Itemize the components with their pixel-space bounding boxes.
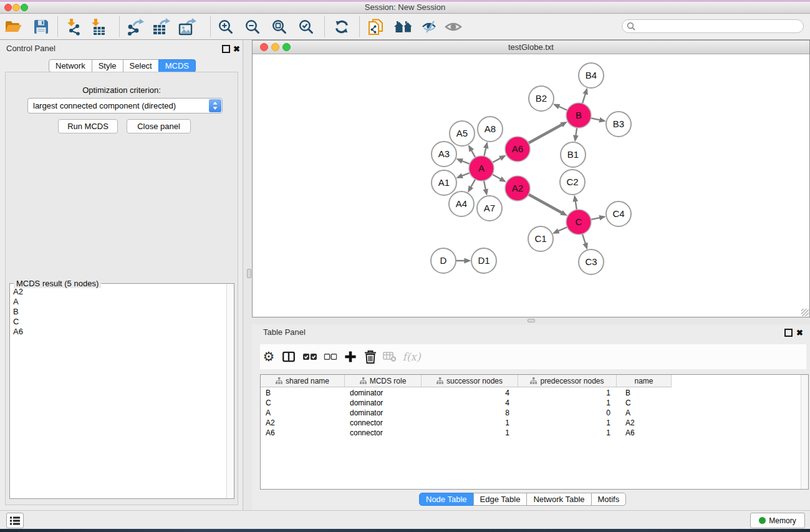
deselect-checkboxes-icon[interactable] [324,354,337,360]
table-scrollbar[interactable] [801,375,808,489]
save-floppy-icon[interactable] [33,19,49,35]
table-tab-edge-table[interactable]: Edge Table [473,493,528,506]
network-window-titlebar[interactable]: testGlobe.txt [253,41,809,54]
graph-node-A3[interactable]: A3 [432,142,456,167]
result-list-item[interactable]: A6 [13,327,23,337]
result-list-item[interactable]: B [13,307,23,317]
column-header-MCDS-role[interactable]: MCDS role [345,375,422,387]
table-row[interactable]: Adominator80A [261,408,808,418]
zoom-window-button[interactable] [21,4,28,11]
delete-column-trash-icon[interactable] [364,350,377,364]
svg-text:C2: C2 [566,177,578,187]
close-panel-icon[interactable]: ✖ [233,45,240,53]
result-list-item[interactable]: A2 [13,287,23,297]
graph-node-C2[interactable]: C2 [560,170,585,195]
hide-eye-icon[interactable] [422,19,438,34]
settings-gear-icon[interactable]: ⚙ [263,351,275,364]
search-input[interactable] [637,21,799,33]
homes-icon[interactable] [393,19,413,34]
graph-node-B[interactable]: B [566,103,591,128]
search-box[interactable] [622,19,804,33]
graph-node-C1[interactable]: C1 [528,226,553,251]
criterion-dropdown[interactable]: largest connected component (directed) [27,98,223,114]
memory-button[interactable]: Memory [750,513,805,528]
tab-select[interactable]: Select [123,59,159,72]
zoom-out-icon[interactable] [245,19,261,35]
close-panel-button[interactable]: Close panel [127,119,191,133]
net-zoom-button[interactable] [282,43,291,51]
graph-node-C[interactable]: C [566,210,591,235]
run-mcds-button[interactable]: Run MCDS [58,119,118,133]
zoom-fit-icon[interactable] [272,19,287,35]
open-folder-icon[interactable] [4,19,22,35]
task-history-button[interactable] [6,513,24,528]
delete-table-icon[interactable] [383,352,397,362]
control-panel: Control Panel ✖ NetworkStyleSelectMCDS O… [0,40,243,510]
tab-mcds[interactable]: MCDS [158,59,196,72]
column-header-shared-name[interactable]: shared name [261,375,345,387]
float-table-panel-icon[interactable] [784,329,793,337]
graph-node-B4[interactable]: B4 [579,63,604,88]
result-list-item[interactable]: A [13,297,23,307]
copy-network-icon[interactable] [367,18,385,36]
add-column-icon[interactable] [345,351,357,363]
graph-node-D[interactable]: D [431,248,456,273]
table-row[interactable]: A6connector11A6 [261,428,808,438]
network-canvas[interactable]: AA1A2A3A4A5A6A7A8BB1B2B3B4CC1C2C3C4DD1 [253,54,809,317]
column-header-predecessor-nodes[interactable]: predecessor nodes [518,375,617,387]
table-row[interactable]: Bdominator41B [261,388,808,398]
column-header-name[interactable]: name [617,375,672,387]
net-close-button[interactable] [260,43,268,51]
zoom-selected-icon[interactable] [299,19,314,35]
graph-node-A2[interactable]: A2 [505,176,530,201]
net-minimize-button[interactable] [271,43,279,51]
show-eye-icon[interactable] [445,20,462,34]
graph-node-A4[interactable]: A4 [449,191,474,216]
column-header-successor-nodes[interactable]: successor nodes [422,375,518,387]
table-tab-node-table[interactable]: Node Table [419,493,474,506]
toolbar-divider [324,16,325,37]
graph-node-B3[interactable]: B3 [606,112,631,137]
table-tab-motifs[interactable]: Motifs [591,493,627,506]
import-network-icon[interactable] [65,18,82,36]
tab-network[interactable]: Network [49,59,92,72]
table-tab-network-table[interactable]: Network Table [526,493,591,506]
graph-node-B2[interactable]: B2 [529,86,554,111]
tab-style[interactable]: Style [92,59,123,72]
window-resize-grip[interactable] [801,309,809,316]
close-window-button[interactable] [4,4,12,11]
float-panel-icon[interactable] [222,45,230,53]
result-list-item[interactable]: C [13,317,23,327]
graph-node-A8[interactable]: A8 [478,117,503,142]
column-type-icon [360,377,367,384]
graph-node-A[interactable]: A [469,156,494,181]
horizontal-splitter-handle[interactable] [528,319,535,322]
graph-node-B1[interactable]: B1 [561,142,586,167]
table-row[interactable]: Cdominator41C [261,398,808,408]
dropdown-stepper-icon[interactable] [209,99,221,112]
result-scrollbar[interactable] [226,284,234,498]
export-table-icon[interactable] [152,18,170,36]
close-table-panel-icon[interactable]: ✖ [796,329,803,337]
vertical-splitter-handle[interactable] [247,269,251,278]
svg-text:A3: A3 [438,148,450,159]
export-network-icon[interactable] [126,18,145,36]
graph-node-A5[interactable]: A5 [450,121,475,146]
refresh-icon[interactable] [334,19,350,35]
zoom-in-icon[interactable] [218,19,234,35]
graph-node-A6[interactable]: A6 [505,137,530,162]
select-all-checkboxes-icon[interactable] [303,354,317,360]
graph-node-C4[interactable]: C4 [606,201,631,226]
graph-node-A7[interactable]: A7 [477,196,502,221]
column-layout-icon[interactable] [282,352,295,362]
table-row[interactable]: A2connector11A2 [261,418,808,428]
function-builder-icon[interactable]: f(x) [402,357,420,357]
export-image-icon[interactable] [178,18,196,36]
node-table[interactable]: shared nameMCDS rolesuccessor nodesprede… [260,374,809,490]
graph-node-D1[interactable]: D1 [471,248,496,273]
minimize-window-button[interactable] [12,4,20,11]
table-cell: 4 [422,388,518,398]
graph-node-A1[interactable]: A1 [432,170,456,195]
graph-node-C3[interactable]: C3 [579,249,604,274]
import-table-icon[interactable] [89,18,107,36]
